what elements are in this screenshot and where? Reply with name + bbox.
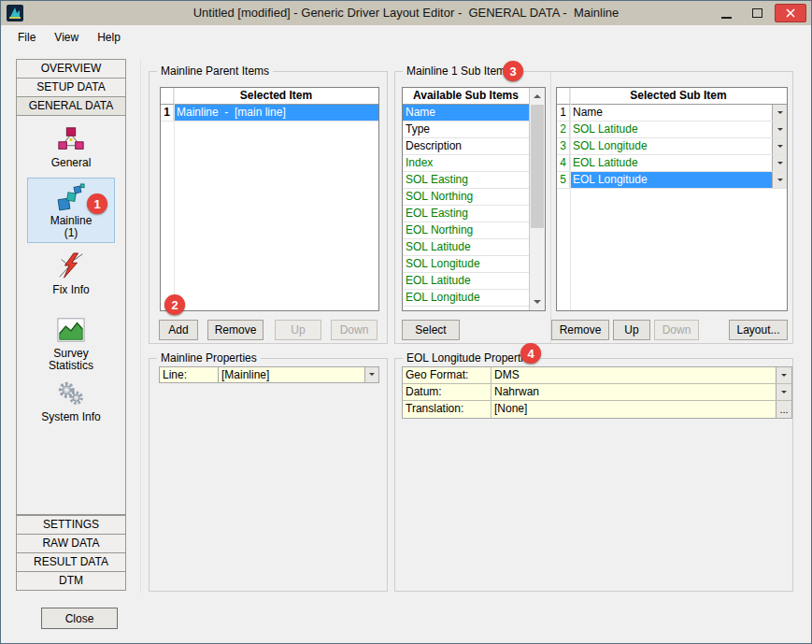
- group-mainline-properties: Mainline Properties Line: [Mainline]: [149, 358, 388, 592]
- sub-down-button: Down: [654, 320, 699, 340]
- property-value[interactable]: DMS: [491, 367, 776, 383]
- sub-up-button[interactable]: Up: [613, 320, 650, 340]
- sidebar-button-raw-data[interactable]: RAW DATA: [16, 534, 126, 553]
- table-header: Selected Sub Item: [557, 88, 787, 105]
- menu-help[interactable]: Help: [88, 27, 130, 48]
- ellipsis-button[interactable]: ...: [776, 401, 791, 418]
- table-row[interactable]: 1 Mainline - [main line]: [161, 105, 378, 122]
- table-header: Selected Item: [161, 88, 378, 105]
- selected-sub-item-header: Selected Sub Item: [570, 88, 787, 104]
- system-info-icon: [57, 379, 85, 408]
- group-eol-longitude-properties: EOL Longitude Properties Geo Format: DMS…: [394, 358, 793, 592]
- sub-remove-button[interactable]: Remove: [551, 320, 609, 340]
- chevron-down-icon[interactable]: [772, 155, 787, 171]
- line-combobox[interactable]: [Mainline]: [218, 366, 379, 383]
- row-number: 5: [557, 172, 570, 188]
- row-number: 3: [557, 138, 570, 154]
- menubar: File View Help: [1, 25, 811, 50]
- row-label[interactable]: EOL Longitude: [570, 172, 772, 188]
- close-button[interactable]: Close: [41, 608, 118, 629]
- chevron-down-icon[interactable]: [776, 367, 791, 383]
- layout-button[interactable]: Layout...: [729, 320, 788, 340]
- sidebar-button-overview[interactable]: OVERVIEW: [16, 59, 126, 79]
- available-item[interactable]: Description: [403, 138, 529, 155]
- panel-divider: [140, 59, 141, 593]
- survey-statistics-icon: [57, 316, 85, 344]
- close-window-button[interactable]: [775, 4, 806, 22]
- available-item[interactable]: SOL Northing: [403, 189, 529, 206]
- select-button[interactable]: Select: [402, 320, 460, 340]
- chevron-down-icon[interactable]: [772, 138, 787, 154]
- table-row[interactable]: 4 EOL Latitude: [557, 155, 787, 172]
- available-item[interactable]: EOL Northing: [403, 222, 529, 239]
- chevron-down-icon[interactable]: [772, 105, 787, 121]
- sidebar-nav-panel: General Mainline (1) Fix Info: [16, 115, 126, 515]
- available-item[interactable]: SOL Latitude: [403, 239, 529, 256]
- scroll-down-button[interactable]: [530, 294, 545, 310]
- selected-item-header: Selected Item: [174, 88, 378, 104]
- row-label[interactable]: Mainline - [main line]: [174, 105, 378, 121]
- scroll-track[interactable]: [530, 104, 545, 294]
- sidebar-button-result-data[interactable]: RESULT DATA: [16, 552, 126, 572]
- property-row-datum: Datum: Nahrwan: [403, 384, 791, 401]
- window-title: Untitled [modified] - Generic Driver Lay…: [1, 1, 811, 25]
- add-button[interactable]: Add: [159, 320, 198, 340]
- table-row[interactable]: 2 SOL Latitude: [557, 122, 787, 138]
- property-label: Datum:: [403, 384, 491, 400]
- property-value[interactable]: Nahrwan: [491, 384, 776, 400]
- available-item[interactable]: Type: [403, 122, 529, 138]
- available-item[interactable]: Name: [403, 105, 529, 122]
- app-window: Untitled [modified] - Generic Driver Lay…: [0, 0, 812, 644]
- line-value[interactable]: [Mainline]: [219, 367, 364, 382]
- remove-button[interactable]: Remove: [207, 320, 264, 340]
- column-divider: [174, 88, 175, 310]
- fix-info-icon: [57, 252, 85, 280]
- row-label[interactable]: EOL Latitude: [570, 155, 772, 171]
- menu-view[interactable]: View: [45, 27, 88, 48]
- available-item[interactable]: SOL Longitude: [403, 256, 529, 273]
- chevron-down-icon[interactable]: [364, 367, 378, 382]
- available-item[interactable]: EOL Longitude: [403, 290, 529, 307]
- sidebar-button-general-data[interactable]: GENERAL DATA: [16, 96, 126, 116]
- titlebar: Untitled [modified] - Generic Driver Lay…: [1, 1, 811, 25]
- available-item[interactable]: SOL Easting: [403, 172, 529, 189]
- column-divider: [570, 88, 571, 310]
- nav-item-system-info[interactable]: System Info: [17, 379, 125, 423]
- sidebar-button-settings[interactable]: SETTINGS: [16, 515, 126, 535]
- sidebar-button-dtm[interactable]: DTM: [16, 571, 126, 591]
- menu-file[interactable]: File: [8, 27, 45, 48]
- available-item[interactable]: EOL Latitude: [403, 273, 529, 290]
- nav-item-mainline[interactable]: Mainline (1): [17, 183, 125, 239]
- chevron-down-icon: [534, 300, 541, 308]
- row-label[interactable]: SOL Latitude: [570, 122, 772, 137]
- annotation-badge-2: 2: [164, 294, 185, 315]
- available-item[interactable]: EOL Easting: [403, 206, 529, 222]
- chevron-down-icon[interactable]: [772, 172, 787, 188]
- annotation-badge-4: 4: [520, 343, 541, 364]
- scroll-up-button[interactable]: [530, 88, 545, 104]
- nav-item-survey-statistics[interactable]: Survey Statistics: [17, 316, 125, 372]
- group-label: Mainline Properties: [157, 351, 261, 365]
- row-label[interactable]: SOL Longitude: [570, 138, 772, 154]
- mainline-icon: [57, 183, 85, 211]
- available-item[interactable]: Index: [403, 155, 529, 172]
- group-inner-divider: [550, 72, 551, 343]
- chevron-down-icon[interactable]: [776, 384, 791, 400]
- properties-grid: Geo Format: DMS Datum: Nahrwan Translati…: [402, 366, 792, 419]
- scrollbar[interactable]: [529, 88, 545, 310]
- row-label[interactable]: Name: [570, 105, 772, 121]
- maximize-button[interactable]: [744, 4, 771, 22]
- table-row[interactable]: 3 SOL Longitude: [557, 138, 787, 155]
- property-label: Translation:: [403, 401, 491, 418]
- group-mainline-sub-items: Mainline 1 Sub Items Available Sub Items…: [394, 71, 793, 344]
- nav-item-fix-info[interactable]: Fix Info: [17, 252, 125, 296]
- group-label: Mainline Parent Items: [157, 64, 273, 78]
- minimize-button[interactable]: [713, 4, 740, 22]
- scroll-thumb[interactable]: [531, 105, 544, 228]
- nav-item-general[interactable]: General: [17, 125, 125, 169]
- table-row[interactable]: 1 Name: [557, 105, 787, 122]
- chevron-down-icon[interactable]: [772, 122, 787, 137]
- sidebar-button-setup-data[interactable]: SETUP DATA: [16, 78, 126, 97]
- property-value[interactable]: [None]: [491, 401, 776, 418]
- table-row[interactable]: 5 EOL Longitude: [557, 172, 787, 189]
